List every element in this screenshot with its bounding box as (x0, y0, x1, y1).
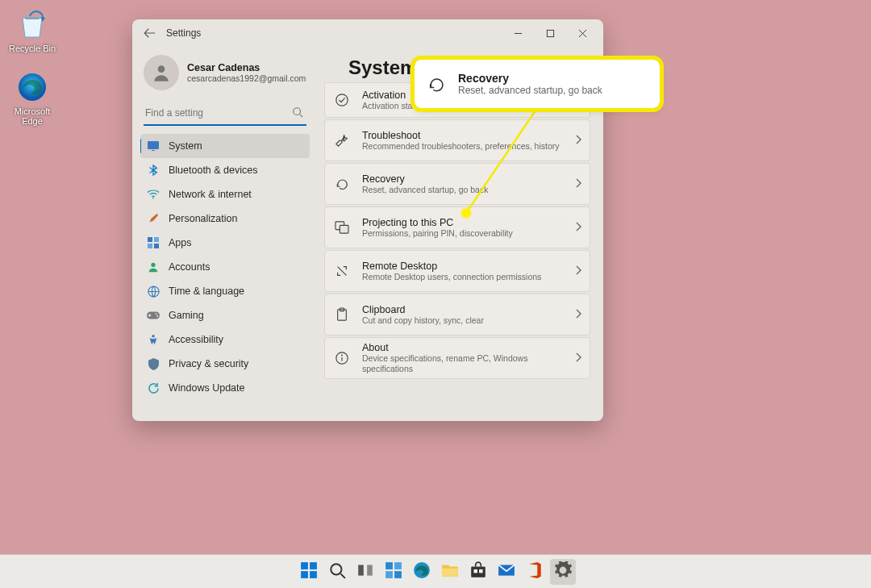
avatar-icon (144, 55, 179, 90)
settings-item-clipboard[interactable]: ClipboardCut and copy history, sync, cle… (324, 294, 590, 336)
svg-point-14 (151, 263, 155, 267)
svg-rect-12 (148, 244, 152, 248)
settings-item-list: ActivationActivation state, subscription… (324, 82, 590, 379)
settings-item-troubleshoot[interactable]: TroubleshootRecommended troubleshooters,… (324, 119, 590, 161)
person-icon (147, 261, 160, 273)
taskbar-mail[interactable] (494, 559, 519, 585)
store-icon (469, 561, 487, 582)
back-button[interactable] (140, 23, 160, 43)
item-title: Projecting to this PC (362, 217, 575, 228)
sidebar-item-time-language[interactable]: Time & language (140, 279, 310, 303)
item-subtitle: Cut and copy history, sync, clear (362, 315, 575, 326)
svg-line-34 (340, 573, 345, 578)
remote-icon (333, 264, 351, 278)
sidebar-item-label: System (169, 140, 202, 152)
svg-point-18 (156, 315, 158, 317)
item-title: Troubleshoot (362, 130, 575, 141)
sidebar-item-label: Network & internet (169, 189, 252, 200)
chevron-right-icon (575, 307, 581, 322)
svg-rect-11 (154, 237, 159, 242)
svg-rect-44 (473, 569, 477, 572)
taskbar-start[interactable] (296, 559, 322, 585)
desktop-icon-label: Microsoft Edge (4, 106, 60, 126)
settings-icon (554, 561, 572, 582)
svg-point-20 (336, 94, 348, 106)
desktop-icon-recycle-bin[interactable]: Recycle Bin (4, 8, 60, 53)
sidebar-item-bluetooth-devices[interactable]: Bluetooth & devices (140, 158, 310, 182)
search-input[interactable] (144, 102, 306, 126)
wifi-icon (147, 188, 160, 201)
settings-item-about[interactable]: AboutDevice specifications, rename PC, W… (324, 337, 590, 379)
edge-icon (16, 71, 48, 103)
svg-rect-43 (471, 566, 486, 577)
sidebar-item-label: Windows Update (169, 382, 245, 394)
svg-line-6 (300, 115, 303, 118)
sidebar-item-label: Bluetooth & devices (169, 165, 258, 176)
check-icon (333, 93, 351, 107)
settings-item-remote-desktop[interactable]: Remote DesktopRemote Desktop users, conn… (324, 250, 590, 292)
window-title: Settings (166, 27, 201, 39)
nav-list: SystemBluetooth & devicesNetwork & inter… (140, 134, 310, 415)
tasks-icon (356, 561, 374, 582)
sidebar: Cesar Cadenas cesarcadenas1992@gmail.com… (132, 47, 316, 421)
bluetooth-icon (147, 164, 160, 177)
svg-rect-40 (394, 571, 402, 578)
desktop-icon-edge[interactable]: Microsoft Edge (4, 71, 60, 126)
update-icon (147, 382, 160, 394)
svg-point-27 (341, 355, 343, 357)
svg-rect-38 (394, 562, 402, 569)
taskbar-store[interactable] (465, 559, 491, 585)
sidebar-item-apps[interactable]: Apps (140, 231, 310, 255)
settings-item-projecting-to-this-pc[interactable]: Projecting to this PCPermissions, pairin… (324, 206, 590, 248)
svg-rect-7 (148, 141, 159, 149)
clipboard-icon (333, 307, 351, 322)
taskbar-explorer[interactable] (437, 559, 463, 585)
svg-point-9 (152, 198, 154, 199)
sidebar-item-accounts[interactable]: Accounts (140, 255, 310, 279)
close-button[interactable] (566, 22, 598, 44)
sidebar-item-label: Personalization (169, 213, 237, 224)
user-email: cesarcadenas1992@gmail.com (187, 73, 306, 83)
callout-recovery: Recovery Reset, advanced startup, go bac… (415, 60, 660, 108)
taskbar (0, 554, 871, 588)
svg-point-17 (155, 313, 156, 315)
taskbar-search[interactable] (324, 559, 350, 585)
svg-rect-30 (310, 562, 317, 569)
display-icon (147, 140, 160, 152)
edge-icon (413, 561, 431, 582)
sidebar-item-windows-update[interactable]: Windows Update (140, 376, 310, 400)
chevron-right-icon (575, 133, 581, 148)
sidebar-item-network-internet[interactable]: Network & internet (140, 182, 310, 206)
start-icon (300, 561, 318, 582)
item-subtitle: Remote Desktop users, connection permiss… (362, 272, 575, 282)
sidebar-item-system[interactable]: System (140, 134, 310, 158)
sidebar-item-label: Time & language (169, 286, 244, 297)
svg-rect-37 (385, 562, 393, 569)
sidebar-item-privacy-security[interactable]: Privacy & security (140, 352, 310, 376)
sidebar-item-accessibility[interactable]: Accessibility (140, 327, 310, 352)
taskbar-office[interactable] (522, 559, 548, 585)
search-box[interactable] (144, 102, 306, 126)
taskbar-tasks[interactable] (352, 559, 378, 585)
minimize-button[interactable] (502, 22, 534, 44)
svg-rect-36 (367, 565, 373, 575)
recover-icon (427, 75, 445, 93)
item-subtitle: Device specifications, rename PC, Window… (362, 353, 575, 373)
sidebar-item-label: Apps (169, 237, 192, 248)
wrench-icon (333, 133, 351, 148)
item-title: About (362, 342, 575, 353)
sidebar-item-personalization[interactable]: Personalization (140, 206, 310, 231)
account-info[interactable]: Cesar Cadenas cesarcadenas1992@gmail.com (140, 53, 310, 98)
taskbar-widgets[interactable] (381, 559, 406, 585)
item-subtitle: Recommended troubleshooters, preferences… (362, 141, 575, 152)
taskbar-settings[interactable] (550, 559, 576, 585)
item-title: Recovery (362, 173, 575, 185)
taskbar-edge[interactable] (409, 559, 435, 585)
project-icon (333, 221, 351, 234)
access-icon (147, 333, 160, 346)
svg-rect-32 (310, 571, 317, 578)
settings-item-recovery[interactable]: RecoveryReset, advanced startup, go back (324, 163, 590, 205)
svg-rect-10 (148, 237, 152, 242)
maximize-button[interactable] (534, 22, 566, 44)
sidebar-item-gaming[interactable]: Gaming (140, 303, 310, 327)
